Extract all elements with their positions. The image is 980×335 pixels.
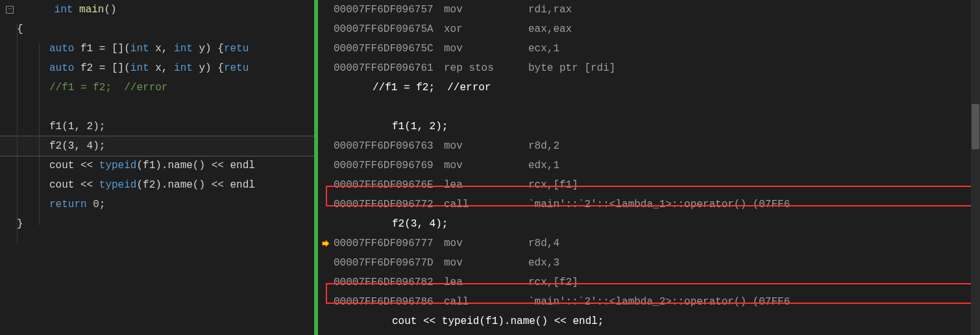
fold-toggle[interactable]: − bbox=[5, 6, 14, 14]
code-text: f2 = []( bbox=[74, 62, 130, 74]
breakpoint-gutter[interactable] bbox=[318, 239, 334, 248]
asm-line[interactable]: 00007FF6DF096786call`main'::`2'::<lambda… bbox=[318, 292, 980, 312]
blank-line[interactable] bbox=[0, 97, 314, 117]
operand: `main'::`2'::<lambda_2>::operator() (07F… bbox=[528, 296, 790, 308]
code-text: () bbox=[104, 4, 116, 16]
code-line[interactable]: auto f2 = [](int x, int y) {retu bbox=[0, 58, 314, 78]
operand: edx,3 bbox=[528, 257, 559, 269]
disassembly-panel[interactable]: 00007FF6DF096757movrdi,rax00007FF6DF0967… bbox=[318, 0, 980, 335]
source-line[interactable]: f1(1, 2); bbox=[318, 117, 980, 136]
mnemonic: mov bbox=[444, 140, 528, 152]
source-text: //f1 = f2; //error bbox=[334, 82, 491, 93]
mnemonic: mov bbox=[444, 4, 528, 16]
current-instruction-icon bbox=[321, 239, 330, 248]
code-line[interactable]: cout << typeid(f1).name() << endl bbox=[0, 156, 314, 175]
operand: rcx,[f1] bbox=[528, 179, 578, 191]
address: 00007FF6DF096757 bbox=[334, 4, 444, 16]
code-line[interactable]: //f1 = f2; //error bbox=[0, 78, 314, 97]
address: 00007FF6DF096772 bbox=[334, 199, 444, 210]
code-text: cout << bbox=[49, 179, 99, 191]
keyword: retu bbox=[224, 62, 249, 74]
code-text: cout << bbox=[49, 160, 99, 171]
keyword: int bbox=[130, 43, 149, 55]
mnemonic: mov bbox=[444, 257, 528, 269]
code-text: x, bbox=[149, 43, 174, 55]
source-line[interactable]: cout << typeid(f1).name() << endl; bbox=[318, 312, 980, 331]
operand: ecx,1 bbox=[528, 43, 559, 55]
keyword: int bbox=[130, 62, 149, 74]
mnemonic: lea bbox=[444, 277, 528, 288]
address: 00007FF6DF09676E bbox=[334, 179, 444, 191]
brace: { bbox=[14, 23, 23, 35]
mnemonic: mov bbox=[444, 43, 528, 55]
operand: rcx,[f2] bbox=[528, 277, 578, 288]
code-text: y) { bbox=[193, 43, 224, 55]
asm-line[interactable]: 00007FF6DF09676Elearcx,[f1] bbox=[318, 175, 980, 195]
asm-line[interactable]: 00007FF6DF09675Axoreax,eax bbox=[318, 19, 980, 39]
indent-guide bbox=[17, 25, 18, 244]
code-text: (f1).name() << endl bbox=[136, 160, 254, 171]
keyword: int bbox=[174, 62, 193, 74]
asm-line[interactable]: 00007FF6DF096772call`main'::`2'::<lambda… bbox=[318, 195, 980, 214]
code-line[interactable]: − int main() bbox=[0, 0, 314, 19]
comment: //f1 = f2; //error bbox=[49, 82, 167, 93]
asm-line[interactable]: 00007FF6DF09675Cmovecx,1 bbox=[318, 39, 980, 58]
mnemonic: mov bbox=[444, 238, 528, 249]
keyword: typeid bbox=[99, 160, 137, 171]
current-line[interactable]: f2(3, 4); bbox=[0, 136, 314, 156]
vertical-scrollbar[interactable] bbox=[971, 0, 980, 335]
keyword: int bbox=[174, 43, 193, 55]
code-line[interactable]: auto f1 = [](int x, int y) {retu bbox=[0, 39, 314, 58]
asm-line[interactable]: 00007FF6DF096782learcx,[f2] bbox=[318, 273, 980, 292]
operand: rdi,rax bbox=[528, 4, 572, 16]
code-line[interactable]: } bbox=[0, 214, 314, 234]
mnemonic: call bbox=[444, 199, 528, 210]
code-line[interactable]: f1(1, 2); bbox=[0, 117, 314, 136]
asm-line[interactable]: 00007FF6DF096777movr8d,4 bbox=[318, 234, 980, 253]
keyword: return bbox=[49, 199, 87, 210]
scrollbar-thumb[interactable] bbox=[972, 104, 979, 149]
address: 00007FF6DF096761 bbox=[334, 62, 444, 74]
brace: } bbox=[14, 218, 23, 230]
operand: `main'::`2'::<lambda_1>::operator() (07F… bbox=[528, 199, 790, 210]
address: 00007FF6DF09677D bbox=[334, 257, 444, 269]
address: 00007FF6DF09675C bbox=[334, 43, 444, 55]
mnemonic: mov bbox=[444, 160, 528, 171]
keyword: int bbox=[55, 4, 73, 16]
operand: eax,eax bbox=[528, 23, 572, 35]
address: 00007FF6DF096763 bbox=[334, 140, 444, 152]
mnemonic: call bbox=[444, 296, 528, 308]
keyword: typeid bbox=[99, 179, 137, 191]
keyword: retu bbox=[224, 43, 249, 55]
blank-line bbox=[318, 97, 980, 117]
code-line[interactable]: return 0; bbox=[0, 195, 314, 214]
operand: byte ptr [rdi] bbox=[528, 62, 615, 74]
asm-line[interactable]: 00007FF6DF09677Dmovedx,3 bbox=[318, 253, 980, 273]
code-text: y) { bbox=[193, 62, 224, 74]
mnemonic: xor bbox=[444, 23, 528, 35]
source-line[interactable]: //f1 = f2; //error bbox=[318, 78, 980, 97]
operand: r8d,2 bbox=[528, 140, 559, 152]
code-text: x, bbox=[149, 62, 174, 74]
source-line[interactable]: f2(3, 4); bbox=[318, 214, 980, 234]
operand: r8d,4 bbox=[528, 238, 559, 249]
number: 0 bbox=[87, 199, 99, 210]
address: 00007FF6DF096769 bbox=[334, 160, 444, 171]
operand: edx,1 bbox=[528, 160, 559, 171]
address: 00007FF6DF096782 bbox=[334, 277, 444, 288]
mnemonic: lea bbox=[444, 179, 528, 191]
mnemonic: rep stos bbox=[444, 62, 528, 74]
code-line[interactable]: cout << typeid(f2).name() << endl bbox=[0, 175, 314, 195]
address: 00007FF6DF096786 bbox=[334, 296, 444, 308]
asm-line[interactable]: 00007FF6DF096763movr8d,2 bbox=[318, 136, 980, 156]
keyword: auto bbox=[49, 43, 74, 55]
code-text: ; bbox=[99, 199, 106, 210]
indent-guide bbox=[39, 44, 40, 225]
source-text: f2(3, 4); bbox=[334, 218, 448, 230]
source-editor[interactable]: − int main() { auto f1 = [](int x, int y… bbox=[0, 0, 318, 335]
asm-line[interactable]: 00007FF6DF096761rep stosbyte ptr [rdi] bbox=[318, 58, 980, 78]
code-text: (f2).name() << endl bbox=[136, 179, 254, 191]
source-text: cout << typeid(f1).name() << endl; bbox=[334, 316, 604, 327]
asm-line[interactable]: 00007FF6DF096769movedx,1 bbox=[318, 156, 980, 175]
asm-line[interactable]: 00007FF6DF096757movrdi,rax bbox=[318, 0, 980, 19]
